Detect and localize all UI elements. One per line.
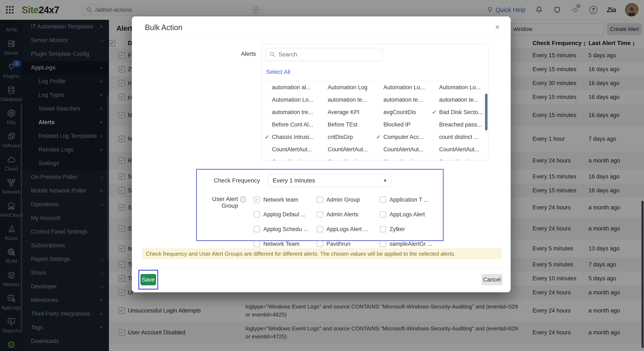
alert-option[interactable]: Average KPI bbox=[320, 106, 376, 119]
check-icon: ✓ bbox=[432, 109, 439, 116]
alert-option[interactable]: CountAlertAut... bbox=[320, 143, 376, 156]
alert-option[interactable]: Before Cont Al... bbox=[265, 119, 320, 131]
check-frequency-dropdown[interactable]: Every 1 minutes ▾ bbox=[268, 174, 391, 187]
alerts-field-label: Alerts bbox=[216, 51, 256, 57]
alert-option[interactable]: automation te... bbox=[432, 94, 485, 106]
save-button[interactable]: Save bbox=[140, 274, 156, 285]
check-frequency-label: Check Frequency bbox=[197, 174, 260, 187]
alert-option[interactable]: Automation Lo... bbox=[432, 81, 485, 94]
alert-option[interactable]: CountAlertAut... bbox=[265, 156, 320, 160]
select-all-link[interactable]: Select All bbox=[266, 69, 290, 75]
alert-option[interactable]: count distinct ... bbox=[432, 131, 485, 143]
warning-banner: Check frequency and User Alert Groups ar… bbox=[142, 248, 502, 259]
modal-title: Bulk Action bbox=[145, 23, 182, 32]
alert-option[interactable]: ✓Computer Acc... bbox=[376, 131, 432, 143]
alerts-multiselect: Select All automation al...Automation Lo… bbox=[262, 44, 489, 160]
alert-option[interactable]: Automation Log bbox=[320, 81, 376, 94]
alert-option[interactable]: automation tre... bbox=[265, 106, 320, 119]
alert-option[interactable]: CountAlertAut... bbox=[432, 143, 485, 156]
user-alert-group-option[interactable]: Admin Group bbox=[317, 192, 380, 207]
alerts-search[interactable] bbox=[266, 48, 382, 61]
alert-option[interactable]: CountAlertAut... bbox=[265, 143, 320, 156]
alert-option[interactable]: avgCountDis bbox=[376, 106, 432, 119]
group-checkbox[interactable] bbox=[380, 226, 386, 232]
close-icon[interactable]: × bbox=[495, 23, 500, 32]
alert-option[interactable]: ✓Chassis Intrusi... bbox=[265, 131, 320, 143]
user-alert-group-label: User Alert Group i bbox=[197, 192, 246, 251]
alert-option[interactable]: CountAlertAut... bbox=[376, 143, 432, 156]
alert-option[interactable]: automation al... bbox=[265, 81, 320, 94]
group-checkbox[interactable] bbox=[254, 241, 260, 247]
cancel-button[interactable]: Cancel bbox=[482, 274, 502, 285]
alert-option[interactable]: CountAlertAut... bbox=[376, 156, 432, 160]
alert-option[interactable]: Breached pass... bbox=[432, 119, 485, 131]
alerts-search-input[interactable] bbox=[278, 51, 379, 58]
user-alert-group-option[interactable]: Applog Defaul ... bbox=[254, 207, 317, 222]
alert-option[interactable]: Automation Lo... bbox=[265, 94, 320, 106]
search-icon bbox=[269, 51, 276, 58]
group-checkbox[interactable] bbox=[317, 211, 323, 218]
alert-option[interactable]: CountAlertAut... bbox=[432, 156, 485, 160]
alert-option[interactable]: automation te... bbox=[376, 94, 432, 106]
alert-option[interactable]: Automation Lo... bbox=[376, 81, 432, 94]
user-alert-group-option[interactable]: Admin Alerts bbox=[317, 207, 380, 222]
chevron-down-icon: ▾ bbox=[384, 178, 386, 183]
alert-option[interactable]: Before TEst bbox=[320, 119, 376, 131]
modal-footer: Save Cancel bbox=[132, 268, 511, 292]
user-alert-group-option[interactable]: Applog Schedu ... bbox=[254, 222, 317, 236]
group-checkbox[interactable] bbox=[254, 211, 260, 218]
save-focus-outline: Save bbox=[138, 270, 158, 289]
user-alert-group-grid: ✓Network teamAdmin GroupApplication T ..… bbox=[254, 192, 443, 251]
alert-option[interactable]: cntDisGrp bbox=[320, 131, 376, 143]
alert-option[interactable]: ✓Bad Disk Secto... bbox=[432, 106, 485, 119]
user-alert-group-option[interactable]: Application T ... bbox=[380, 192, 443, 207]
group-checkbox[interactable] bbox=[254, 226, 260, 232]
check-icon: ✓ bbox=[376, 134, 384, 140]
group-checkbox[interactable] bbox=[317, 241, 323, 247]
group-checkbox[interactable] bbox=[317, 197, 323, 203]
alert-option[interactable]: automation te... bbox=[320, 94, 376, 106]
user-alert-group-option[interactable]: AppLogs Alert bbox=[380, 207, 443, 222]
user-alert-group-option[interactable]: AppLogs Alert ... bbox=[317, 222, 380, 236]
list-scrollbar[interactable] bbox=[485, 94, 488, 130]
group-checkbox[interactable] bbox=[317, 226, 323, 232]
check-frequency-value: Every 1 minutes bbox=[273, 177, 315, 184]
alert-options-grid: automation al...Automation LogAutomation… bbox=[262, 81, 485, 160]
group-checkbox[interactable] bbox=[380, 197, 386, 203]
group-checkbox[interactable] bbox=[380, 241, 386, 247]
user-alert-group-option[interactable]: Zylker bbox=[380, 222, 443, 236]
modal-header: Bulk Action × bbox=[132, 17, 511, 40]
info-icon[interactable]: i bbox=[240, 197, 246, 202]
user-alert-group-option[interactable]: ✓Network team bbox=[254, 192, 317, 207]
group-checkbox[interactable] bbox=[380, 211, 386, 218]
alert-option[interactable]: Blocked IP bbox=[376, 119, 432, 131]
highlighted-section: Check Frequency Every 1 minutes ▾ User A… bbox=[196, 169, 444, 241]
alert-option[interactable]: CountAlertAut... bbox=[320, 156, 376, 160]
group-checkbox[interactable]: ✓ bbox=[254, 197, 260, 203]
app-root: Site24x7 ✕ Quick Help ? Zia bbox=[0, 0, 644, 351]
check-icon: ✓ bbox=[265, 134, 272, 140]
bulk-action-modal: Bulk Action × Alerts Select All automati… bbox=[132, 17, 511, 292]
